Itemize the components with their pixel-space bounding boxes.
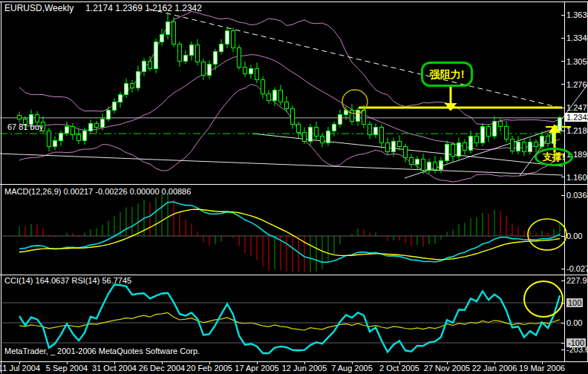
macd-tick-label: 0.0364 (566, 191, 588, 200)
price-tick-label: 1.3050 (566, 57, 588, 66)
time-tick-label: 11 Jul 2004 (0, 364, 40, 373)
cci-tick-label: 227.971 (566, 276, 588, 285)
time-tick-label: 19 Mar 2006 (519, 364, 565, 373)
time-tick-label: 27 Nov 2005 (424, 364, 470, 373)
cci-tick-label: 100 (566, 298, 583, 307)
price-tick-label: 1.2470 (566, 103, 588, 112)
macd-tick-label: 0.00 (566, 232, 582, 240)
mt4-chart-window: EURUSD,Weekly1.2174 1.2369 1.2162 1.2342… (0, 0, 588, 374)
macd-tick-label: -0.0275 (566, 264, 588, 273)
symbol-period-label: EURUSD,Weekly (4, 3, 74, 13)
macd-readout: MACD(12,26,9) 0.00217 -0.00226 0.00000 0… (4, 187, 191, 196)
price-tick-label: 1.2760 (566, 80, 588, 89)
ohlc-readout: 1.2174 1.2369 1.2162 1.2342 (85, 3, 202, 13)
price-tick-label: 1.3630 (566, 10, 588, 19)
cci-tick-label: 0.00 (566, 318, 582, 327)
time-tick-label: 17 Apr 2005 (235, 364, 278, 373)
cci-tick-label: -203.691 (566, 345, 588, 354)
time-tick-label: 12 Jun 2005 (282, 364, 327, 373)
order-line-label: 67 81 buy (7, 122, 43, 131)
time-tick-label: 7 Aug 2005 (331, 364, 373, 373)
footer-credit: MetaTrader, _ 2001-2006 MetaQuotes Softw… (4, 347, 200, 355)
current-price-badge: 1.2342 (565, 113, 588, 122)
time-tick-label: 20 Feb 2005 (186, 364, 232, 373)
support-annotation[interactable]: 支撑! (535, 148, 573, 166)
time-tick-label: 31 Oct 2004 (92, 364, 137, 373)
price-tick-label: 1.2180 (566, 126, 588, 135)
chart-header: EURUSD,Weekly1.2174 1.2369 1.2162 1.2342 (4, 3, 202, 13)
time-tick-label: 5 Sep 2004 (46, 364, 88, 373)
price-tick-label: 1.3340 (566, 33, 588, 42)
cci-rsi-readout: CCI(14) 164.0637 RSI(14) 56.7745 (4, 276, 131, 285)
time-tick-label: 22 Jan 2006 (472, 364, 517, 373)
time-tick-label: 26 Dec 2004 (139, 364, 185, 373)
time-tick-label: 2 Oct 2005 (379, 364, 419, 373)
resistance-annotation[interactable]: 强阻力! (421, 62, 473, 87)
price-tick-label: 1.1600 (566, 173, 588, 182)
